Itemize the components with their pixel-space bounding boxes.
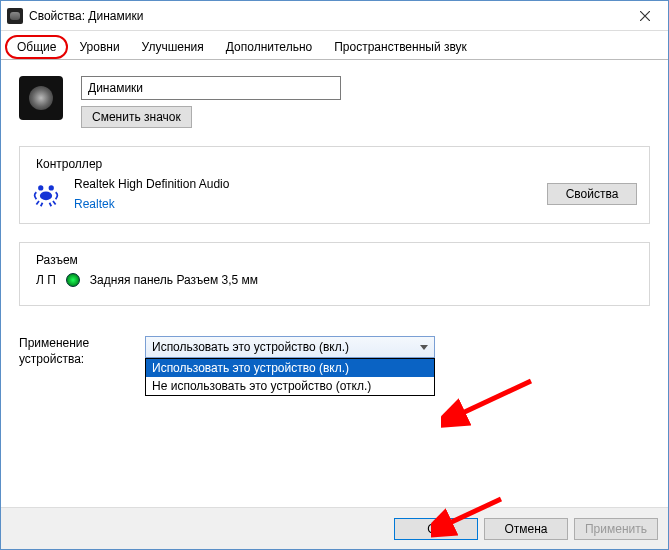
- tab-content-general: Сменить значок Контроллер Realtek High D…: [1, 60, 668, 377]
- close-button[interactable]: [622, 1, 668, 31]
- realtek-crab-icon: [32, 180, 60, 208]
- titlebar: Свойства: Динамики: [1, 1, 668, 31]
- apply-button[interactable]: Применить: [574, 518, 658, 540]
- tab-enhancements[interactable]: Улучшения: [131, 35, 215, 59]
- change-icon-button[interactable]: Сменить значок: [81, 106, 192, 128]
- svg-point-0: [40, 191, 52, 200]
- close-icon: [640, 11, 650, 21]
- annotation-arrow-icon: [441, 371, 541, 431]
- svg-point-1: [38, 185, 43, 190]
- svg-line-3: [456, 381, 531, 416]
- jack-desc: Задняя панель Разъем 3,5 мм: [90, 273, 258, 287]
- tab-levels[interactable]: Уровни: [68, 35, 130, 59]
- controller-group: Контроллер Realtek High Definition Audio…: [19, 146, 650, 224]
- ok-button[interactable]: OK: [394, 518, 478, 540]
- device-speaker-icon: [19, 76, 63, 120]
- tab-advanced[interactable]: Дополнительно: [215, 35, 323, 59]
- device-usage-option-off[interactable]: Не использовать это устройство (откл.): [146, 377, 434, 395]
- tab-general[interactable]: Общие: [5, 35, 68, 59]
- controller-group-title: Контроллер: [32, 157, 106, 171]
- jack-group-title: Разъем: [32, 253, 82, 267]
- jack-channel-label: Л П: [36, 273, 56, 287]
- jack-group: Разъем Л П Задняя панель Разъем 3,5 мм: [19, 242, 650, 306]
- controller-properties-button[interactable]: Свойства: [547, 183, 637, 205]
- device-usage-combobox[interactable]: Использовать это устройство (вкл.): [145, 336, 435, 358]
- controller-name: Realtek High Definition Audio: [74, 177, 533, 191]
- window-title: Свойства: Динамики: [29, 9, 622, 23]
- device-usage-option-on[interactable]: Использовать это устройство (вкл.): [146, 359, 434, 377]
- jack-green-icon: [66, 273, 80, 287]
- device-name-input[interactable]: [81, 76, 341, 100]
- dialog-footer: OK Отмена Применить: [1, 507, 668, 549]
- svg-point-2: [49, 185, 54, 190]
- cancel-button[interactable]: Отмена: [484, 518, 568, 540]
- tab-strip: Общие Уровни Улучшения Дополнительно Про…: [1, 31, 668, 60]
- tab-spatial[interactable]: Пространственный звук: [323, 35, 478, 59]
- controller-vendor-link[interactable]: Realtek: [74, 197, 533, 211]
- device-usage-dropdown-list: Использовать это устройство (вкл.) Не ис…: [145, 358, 435, 396]
- device-usage-label: Применение устройства:: [19, 336, 129, 367]
- speaker-icon: [7, 8, 23, 24]
- device-usage-selected: Использовать это устройство (вкл.): [152, 340, 349, 354]
